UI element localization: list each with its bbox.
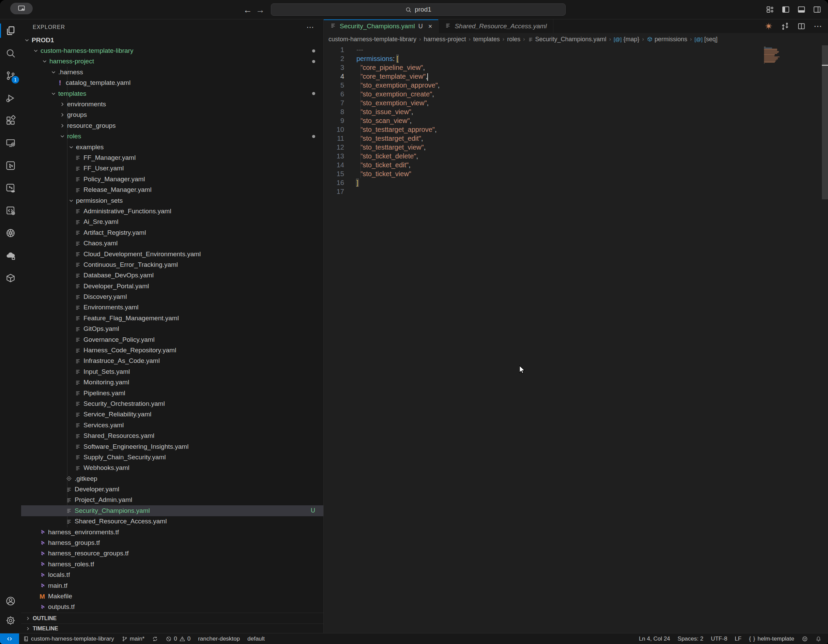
status-kube-context[interactable]: rancher-desktop <box>194 633 244 644</box>
activity-item-remote-explorer[interactable] <box>0 133 21 154</box>
activity-item-cloud-shell[interactable] <box>0 245 21 266</box>
breadcrumb-item[interactable]: roles <box>507 36 520 43</box>
open-changes-icon[interactable] <box>779 21 790 32</box>
activity-item-extensions[interactable] <box>0 110 21 131</box>
tree-file-shared-resource-access-yaml[interactable]: Shared_Resource_Access.yaml <box>21 516 323 527</box>
tree-file-gitops-yaml[interactable]: GitOps.yaml <box>21 324 323 334</box>
tree-file-monitoring-yaml[interactable]: Monitoring.yaml <box>21 377 323 388</box>
tree-folder-examples[interactable]: examples <box>21 142 323 152</box>
tree-file-developer-portal-yaml[interactable]: Developer_Portal.yaml <box>21 281 323 291</box>
code-line-4[interactable]: 4 "core_template_view", <box>324 72 828 81</box>
tree-file-harness-environments-tf[interactable]: harness_environments.tf <box>21 527 323 537</box>
status-indentation[interactable]: Spaces: 2 <box>674 633 707 644</box>
navigate-forward-button[interactable]: → <box>255 5 266 15</box>
activity-item-run-debug[interactable] <box>0 88 21 109</box>
tab-close-icon[interactable]: × <box>428 22 433 30</box>
status-eol[interactable]: LF <box>731 633 745 644</box>
breadcrumb-item[interactable]: custom-harness-template-library <box>328 36 416 43</box>
tree-file-main-tf[interactable]: main.tf <box>21 580 323 591</box>
outline-section[interactable]: OUTLINE <box>21 613 323 624</box>
activity-item-kubernetes[interactable] <box>0 223 21 244</box>
tree-file-developer-yaml[interactable]: Developer.yaml <box>21 484 323 494</box>
tree-file-policy-manager-yaml[interactable]: Policy_Manager.yaml <box>21 174 323 184</box>
activity-item-terraform-cloud[interactable] <box>0 177 21 199</box>
tree-file-cloud-development-environments-yaml[interactable]: Cloud_Development_Environments.yaml <box>21 249 323 259</box>
breadcrumb-item[interactable]: templates <box>473 36 500 43</box>
tree-folder-harness-project[interactable]: harness-project <box>21 56 323 67</box>
more-actions-icon[interactable]: ⋯ <box>812 21 823 32</box>
code-line-11[interactable]: 11 "sto_testtarget_edit", <box>324 134 828 143</box>
code-line-15[interactable]: 15 "sto_ticket_view" <box>324 169 828 178</box>
split-editor-icon[interactable] <box>796 21 807 32</box>
tree-file-governance-policy-yaml[interactable]: Governance_Policy.yaml <box>21 334 323 345</box>
breadcrumbs[interactable]: custom-harness-template-library›harness-… <box>324 33 828 45</box>
tree-folder-environments[interactable]: environments <box>21 99 323 110</box>
activity-item-dev-tasks[interactable] <box>0 200 21 221</box>
tree-folder-roles[interactable]: roles <box>21 131 323 142</box>
tree-file-ff-manager-yaml[interactable]: FF_Manager.yaml <box>21 152 323 163</box>
tree-folder-custom-harness-template-library[interactable]: custom-harness-template-library <box>21 45 323 56</box>
tree-file-discovery-yaml[interactable]: Discovery.yaml <box>21 291 323 302</box>
breadcrumb-item[interactable]: [@][seq] <box>695 36 718 43</box>
breadcrumb-item[interactable]: permissions <box>647 36 687 43</box>
breadcrumb-item[interactable]: Security_Champions.yaml <box>528 36 607 43</box>
tree-folder-permission-sets[interactable]: permission_sets <box>21 195 323 206</box>
screen-share-pill[interactable] <box>10 3 33 14</box>
code-line-14[interactable]: 14 "sto_ticket_edit", <box>324 160 828 169</box>
tree-file-harness-resource-groups-tf[interactable]: harness_resource_groups.tf <box>21 548 323 559</box>
tree-file-shared-resources-yaml[interactable]: Shared_Resources.yaml <box>21 430 323 441</box>
explorer-more-actions-icon[interactable]: ⋯ <box>306 23 315 32</box>
code-line-5[interactable]: 5 "sto_exemption_approve", <box>324 81 828 89</box>
activity-item-search[interactable] <box>0 42 21 64</box>
tree-file-makefile[interactable]: MMakefile <box>21 591 323 602</box>
tree-file-outputs-tf[interactable]: outputs.tf <box>21 602 323 612</box>
command-center-search[interactable]: prod1 <box>271 3 566 16</box>
tree-file-ff-user-yaml[interactable]: FF_User.yaml <box>21 163 323 174</box>
tree-file-service-reliability-yaml[interactable]: Service_Reliability.yaml <box>21 409 323 420</box>
timeline-section[interactable]: TIMELINE <box>21 624 323 633</box>
code-line-2[interactable]: 2permissions: [ <box>324 54 828 63</box>
tree-file-catalog-template-yaml[interactable]: !catalog_template.yaml <box>21 78 323 88</box>
tree-file-feature-flag-management-yaml[interactable]: Feature_Flag_Management.yaml <box>21 313 323 323</box>
code-line-8[interactable]: 8 "sto_issue_view", <box>324 107 828 116</box>
status-git-branch[interactable]: main* <box>118 633 148 644</box>
tree-file-pipelines-yaml[interactable]: Pipelines.yaml <box>21 388 323 398</box>
code-editor[interactable]: 1---2permissions: [3 "core_pipeline_view… <box>324 45 828 633</box>
code-line-6[interactable]: 6 "sto_exemption_create", <box>324 89 828 99</box>
code-line-7[interactable]: 7 "sto_exemption_view", <box>324 99 828 107</box>
tree-file-continuous-error-tracking-yaml[interactable]: Continuous_Error_Tracking.yaml <box>21 259 323 270</box>
tree-folder--harness[interactable]: .harness <box>21 67 323 77</box>
tree-file-security-champions-yaml[interactable]: Security_Champions.yamlU <box>21 505 323 516</box>
tree-file-environments-yaml[interactable]: Environments.yaml <box>21 302 323 313</box>
tree-file-harness-groups-tf[interactable]: harness_groups.tf <box>21 537 323 548</box>
code-line-3[interactable]: 3 "core_pipeline_view", <box>324 63 828 72</box>
ai-assistant-icon[interactable] <box>763 21 774 32</box>
toggle-secondary-sidebar-icon[interactable] <box>812 4 823 15</box>
tree-folder-groups[interactable]: groups <box>21 110 323 120</box>
tree-file-webhooks-yaml[interactable]: Webhooks.yaml <box>21 463 323 473</box>
toggle-primary-sidebar-icon[interactable] <box>780 4 791 15</box>
status-problems[interactable]: 00 <box>162 633 194 644</box>
minimap[interactable] <box>764 47 784 65</box>
customize-layout-icon[interactable] <box>765 4 776 15</box>
tree-file-services-yaml[interactable]: Services.yaml <box>21 420 323 430</box>
tree-file-input-sets-yaml[interactable]: Input_Sets.yaml <box>21 366 323 377</box>
breadcrumb-item[interactable]: [@]{map} <box>614 36 640 43</box>
tree-folder-templates[interactable]: templates <box>21 88 323 99</box>
breadcrumb-item[interactable]: harness-project <box>423 36 466 43</box>
tree-file-release-manager-yaml[interactable]: Release_Manager.yaml <box>21 184 323 195</box>
code-line-1[interactable]: 1--- <box>324 45 828 54</box>
activity-item-explorer[interactable] <box>0 20 21 41</box>
activity-item-terraform[interactable] <box>0 155 21 176</box>
status-feedback[interactable] <box>798 633 812 644</box>
tree-file-database-devops-yaml[interactable]: Database_DevOps.yaml <box>21 270 323 281</box>
tree-folder-prod1[interactable]: PROD1 <box>21 35 323 45</box>
tree-file--gitkeep[interactable]: .gitkeep <box>21 473 323 484</box>
activity-item-settings[interactable] <box>0 610 21 631</box>
status-git-sync[interactable] <box>148 633 162 644</box>
status-workspace[interactable]: custom-harness-template-library <box>19 633 118 644</box>
tree-folder-resource-groups[interactable]: resource_groups <box>21 120 323 131</box>
code-line-9[interactable]: 9 "sto_scan_view", <box>324 116 828 125</box>
tree-file-software-engineering-insights-yaml[interactable]: Software_Engineering_Insights.yaml <box>21 441 323 452</box>
code-line-12[interactable]: 12 "sto_testtarget_view", <box>324 143 828 152</box>
